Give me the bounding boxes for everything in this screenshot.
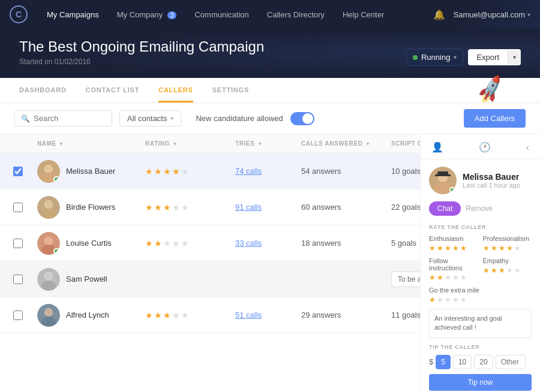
col-calls-answered[interactable]: Calls Answered ▼ — [298, 134, 388, 153]
row3-tries[interactable]: 33 calls — [235, 239, 262, 248]
rate-empathy: Empathy ★ ★ ★ ★ ★ — [483, 257, 532, 282]
logo[interactable]: C — [10, 5, 28, 23]
star[interactable]: ★ — [445, 273, 451, 282]
row5-stars: ★ ★ ★ ★ ★ — [145, 310, 189, 320]
row2-tries[interactable]: 91 calls — [235, 203, 262, 212]
row1-tries[interactable]: 74 calls — [235, 167, 262, 176]
row2-script: 22 goals — [391, 203, 420, 212]
row4-checkbox[interactable] — [13, 275, 23, 284]
tab-dashboard[interactable]: Dashboard — [19, 78, 67, 102]
rating-sort-icon: ▼ — [172, 141, 178, 147]
nav-callers-directory[interactable]: Callers Directory — [260, 7, 332, 23]
row2-script-cell: 22 goals — [388, 199, 420, 215]
filter-dropdown[interactable]: All contacts ▾ — [119, 110, 181, 126]
table-header: Name ▼ Rating ▼ Tries ▼ Calls Answered ▼… — [0, 134, 420, 153]
candidature-toggle[interactable] — [290, 112, 314, 125]
star[interactable]: ★ — [506, 266, 513, 275]
status-chevron-icon: ▾ — [454, 54, 457, 61]
tab-callers[interactable]: Callers — [158, 78, 193, 102]
star[interactable]: ★ — [514, 266, 521, 275]
user-menu[interactable]: Samuel@upcall.com ▾ — [454, 10, 530, 19]
star[interactable]: ★ — [429, 295, 436, 304]
tip-now-button[interactable]: Tip now — [429, 374, 532, 391]
star[interactable]: ★ — [437, 295, 443, 304]
star[interactable]: ★ — [429, 244, 436, 252]
action-buttons: Chat Remove — [429, 201, 532, 216]
star[interactable]: ★ — [491, 266, 497, 275]
tip-10-button[interactable]: 10 — [453, 355, 472, 369]
nav-help-center[interactable]: Help Center — [335, 7, 391, 23]
sidebar-icons: 👤 🕐 ‹ — [421, 134, 540, 159]
row3-checkbox[interactable] — [13, 239, 23, 248]
sidebar-caller-name: Melissa Bauer — [463, 172, 520, 182]
col-script-completed[interactable]: Script Completed ▼ — [388, 134, 420, 153]
sidebar-history-icon[interactable]: 🕐 — [476, 140, 493, 154]
star[interactable]: ★ — [452, 273, 459, 282]
tab-settings[interactable]: Settings — [212, 78, 249, 102]
star: ★ — [154, 203, 162, 212]
star[interactable]: ★ — [445, 244, 451, 252]
row2-rating-cell: ★ ★ ★ ★ ★ — [142, 199, 232, 216]
tip-other-input[interactable] — [496, 355, 526, 369]
export-button[interactable]: Export ▾ — [468, 49, 521, 65]
col-checkbox — [10, 134, 34, 153]
enthusiasm-label: Enthusiasm — [429, 235, 478, 242]
row1-rating-cell: ★ ★ ★ ★ ★ — [142, 163, 232, 180]
table-row[interactable]: Melissa Bauer ★ ★ ★ ★ ★ 74 calls 54 answ… — [0, 153, 420, 189]
table-row[interactable]: Louise Curtis ★ ★ ★ ★ ★ 33 calls 18 answ… — [0, 225, 420, 261]
follow-instructions-stars: ★ ★ ★ ★ ★ — [429, 273, 478, 282]
star[interactable]: ★ — [491, 244, 497, 252]
star[interactable]: ★ — [437, 244, 443, 252]
table-row[interactable]: Alfred Lynch ★ ★ ★ ★ ★ 51 calls 29 answe… — [0, 297, 420, 333]
star: ★ — [163, 203, 171, 212]
star: ★ — [145, 310, 153, 320]
star[interactable]: ★ — [452, 295, 459, 304]
star[interactable]: ★ — [437, 273, 443, 282]
row2-checkbox[interactable] — [13, 203, 23, 212]
row1-checkbox[interactable] — [13, 167, 23, 176]
search-input[interactable] — [34, 114, 106, 123]
tabs-bar: Dashboard Contact List Callers Settings … — [0, 78, 540, 103]
add-callers-button[interactable]: Add Callers — [464, 109, 526, 128]
bell-icon[interactable]: 🔔 — [433, 9, 445, 20]
approve-badge[interactable]: To be approved ▾ — [391, 272, 420, 287]
nav-my-campaigns[interactable]: My Campaigns — [40, 7, 106, 23]
star[interactable]: ★ — [499, 244, 505, 252]
status-button[interactable]: Running ▾ — [406, 49, 463, 66]
sidebar-profile-icon[interactable]: 👤 — [429, 140, 446, 154]
page-subtitle: Started on 01/02/2016 — [19, 58, 264, 66]
row5-tries[interactable]: 51 calls — [235, 310, 262, 319]
star[interactable]: ★ — [499, 266, 505, 275]
star[interactable]: ★ — [483, 244, 490, 252]
tip-5-button[interactable]: 5 — [436, 355, 451, 369]
table-row[interactable]: Sam Powell To be approved ▾ — [0, 261, 420, 297]
status-dot — [413, 55, 418, 60]
chat-button[interactable]: Chat — [429, 201, 461, 216]
row5-checkbox[interactable] — [13, 310, 23, 320]
nav-communication[interactable]: Communication — [187, 7, 256, 23]
star[interactable]: ★ — [460, 244, 467, 252]
star[interactable]: ★ — [445, 295, 451, 304]
col-tries[interactable]: Tries ▼ — [232, 134, 298, 153]
sidebar-close-icon[interactable]: ‹ — [524, 141, 532, 154]
page-title: The Best Ongoing Emailing Campaign — [19, 38, 264, 55]
row3-name-cell: Louise Curtis — [34, 228, 142, 258]
table-row[interactable]: Birdie Flowers ★ ★ ★ ★ ★ 91 calls 60 ans… — [0, 189, 420, 225]
star[interactable]: ★ — [460, 295, 467, 304]
star[interactable]: ★ — [483, 266, 490, 275]
star[interactable]: ★ — [452, 244, 459, 252]
row3-script: 5 goals — [391, 239, 416, 248]
remove-button[interactable]: Remove — [466, 201, 493, 216]
col-rating[interactable]: Rating ▼ — [142, 134, 232, 153]
nav-my-company[interactable]: My Company 3 — [110, 7, 184, 23]
star[interactable]: ★ — [429, 273, 436, 282]
row3-name: Louise Curtis — [66, 239, 112, 248]
row5-script: 11 goals — [391, 310, 420, 319]
star[interactable]: ★ — [514, 244, 521, 252]
row3-online-dot — [53, 248, 59, 254]
tip-20-button[interactable]: 20 — [474, 355, 493, 369]
star[interactable]: ★ — [460, 273, 467, 282]
tab-contact-list[interactable]: Contact List — [86, 78, 139, 102]
col-name[interactable]: Name ▼ — [34, 134, 142, 153]
star[interactable]: ★ — [506, 244, 513, 252]
